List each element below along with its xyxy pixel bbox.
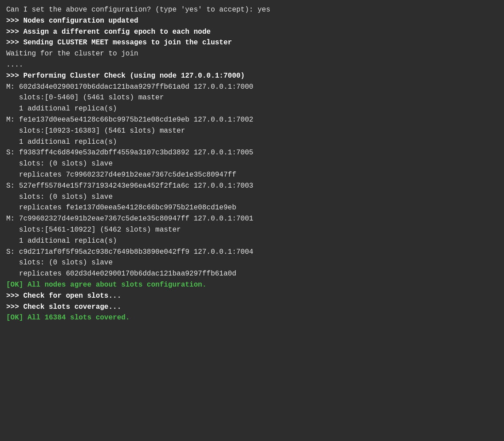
terminal-line-line21: M: 7c99602327d4e91b2eae7367c5de1e35c8094… xyxy=(6,213,498,224)
terminal-line-line28: >>> Check for open slots... xyxy=(6,291,498,302)
terminal-line-line23: 1 additional replica(s) xyxy=(6,236,498,247)
terminal-line-line29: >>> Check slots coverage... xyxy=(6,302,498,313)
terminal-line-line22: slots:[5461-10922] (5462 slots) master xyxy=(6,224,498,236)
terminal-output: Can I set the above configuration? (type… xyxy=(6,4,498,323)
terminal-line-line5: Waiting for the cluster to join xyxy=(6,48,498,59)
terminal-line-line20: replicates fe1e137d0eea5e4128c66bc9975b2… xyxy=(6,202,498,213)
terminal-line-line26: replicates 602d3d4e02900170b6ddac121baa9… xyxy=(6,268,498,280)
terminal-line-line13: slots:[10923-16383] (5461 slots) master xyxy=(6,126,498,137)
terminal-line-line11: 1 additional replica(s) xyxy=(6,103,498,114)
terminal-line-line14: 1 additional replica(s) xyxy=(6,137,498,148)
terminal-line-line4: >>> Sending CLUSTER MEET messages to joi… xyxy=(6,37,498,48)
terminal-line-line15: S: f9383ff4c6d849e53a2dbff4559a3107c3bd3… xyxy=(6,147,498,158)
terminal-line-line27: [OK] All nodes agree about slots configu… xyxy=(6,280,498,291)
terminal-line-line18: S: 527eff55784e15f7371934243e96ea452f2f1… xyxy=(6,181,498,192)
terminal-line-line19: slots: (0 slots) slave xyxy=(6,192,498,203)
terminal-line-line2: >>> Nodes configuration updated xyxy=(6,16,498,27)
terminal-line-line8: >>> Performing Cluster Check (using node… xyxy=(6,71,498,82)
terminal-line-line7: .... xyxy=(6,59,498,71)
terminal-line-line10: slots:[0-5460] (5461 slots) master xyxy=(6,92,498,103)
terminal-line-line12: M: fe1e137d0eea5e4128c66bc9975b21e08cd1e… xyxy=(6,114,498,126)
terminal-line-line24: S: c9d2171af0f5f95a2c938c7649b8b3890e042… xyxy=(6,247,498,258)
terminal-line-line3: >>> Assign a different config epoch to e… xyxy=(6,27,498,38)
terminal-line-line9: M: 602d3d4e02900170b6ddac121baa9297ffb61… xyxy=(6,82,498,93)
terminal-line-line30: [OK] All 16384 slots covered. xyxy=(6,312,498,323)
terminal-line-line25: slots: (0 slots) slave xyxy=(6,257,498,268)
terminal-line-line1: Can I set the above configuration? (type… xyxy=(6,4,498,16)
terminal-line-line17: replicates 7c99602327d4e91b2eae7367c5de1… xyxy=(6,169,498,181)
terminal-line-line16: slots: (0 slots) slave xyxy=(6,158,498,169)
